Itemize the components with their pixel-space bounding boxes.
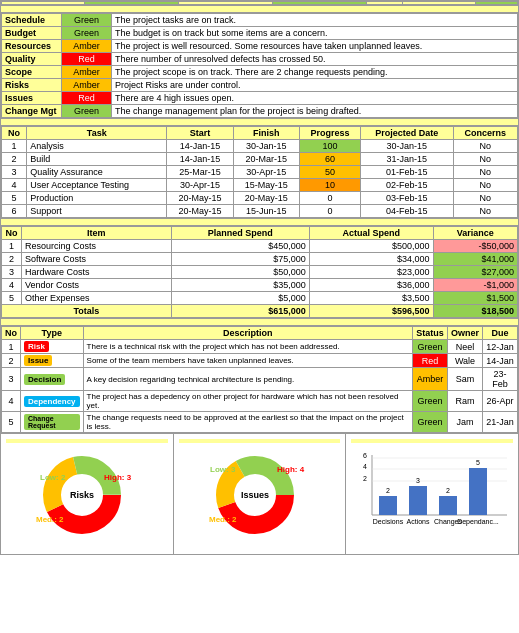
schedule-no: 2: [2, 153, 27, 166]
schedule-task: Build: [27, 153, 167, 166]
fin-item: Other Expenses: [22, 292, 172, 305]
svg-rect-24: [379, 496, 397, 515]
top5-header: [1, 318, 518, 326]
top5-status: Green: [412, 412, 447, 433]
top5-no: 3: [2, 368, 21, 391]
schedule-projected: 30-Jan-15: [360, 140, 453, 153]
top5-description: The project has a depedency on other pro…: [83, 391, 412, 412]
fin-variance: $27,000: [433, 266, 517, 279]
schedule-finish: 15-May-15: [233, 179, 299, 192]
top5-col-header: Type: [21, 327, 84, 340]
schedule-col-header: Start: [167, 127, 233, 140]
schedule-start: 20-May-15: [167, 205, 233, 218]
schedule-finish: 20-May-15: [233, 192, 299, 205]
health-row: Quality Red There number of unresolved d…: [2, 53, 518, 66]
svg-rect-28: [439, 496, 457, 515]
health-item: Budget: [2, 27, 62, 40]
health-description: The project tasks are on track.: [112, 14, 518, 27]
schedule-progress: 60: [299, 153, 360, 166]
top5-description: There is a technical risk with the proje…: [83, 340, 412, 354]
health-description: Project Risks are under control.: [112, 79, 518, 92]
pending-title: [351, 439, 513, 443]
fin-actual: $36,000: [309, 279, 433, 292]
fin-no: 3: [2, 266, 22, 279]
svg-text:Dependanc...: Dependanc...: [457, 518, 499, 526]
fin-item: Hardware Costs: [22, 266, 172, 279]
health-status: Amber: [62, 66, 112, 79]
schedule-start: 14-Jan-15: [167, 140, 233, 153]
schedule-progress: 10: [299, 179, 360, 192]
top5-no: 1: [2, 340, 21, 354]
fin-planned: $50,000: [171, 266, 309, 279]
schedule-concerns: No: [453, 205, 517, 218]
schedule-concerns: No: [453, 192, 517, 205]
top5-type: Decision: [21, 368, 84, 391]
totals-variance: $18,500: [433, 305, 517, 318]
svg-text:4: 4: [363, 463, 367, 470]
top5-due: 23-Feb: [483, 368, 518, 391]
fin-planned: $75,000: [171, 253, 309, 266]
fin-planned: $35,000: [171, 279, 309, 292]
financials-col-header: Planned Spend: [171, 227, 309, 240]
schedule-no: 3: [2, 166, 27, 179]
risks-donut-chart: Risks Low: 2 Med.: 2 High: 3: [32, 450, 142, 535]
fin-variance: -$50,000: [433, 240, 517, 253]
health-row: Schedule Green The project tasks are on …: [2, 14, 518, 27]
schedule-no: 6: [2, 205, 27, 218]
schedule-task: Analysis: [27, 140, 167, 153]
health-item: Issues: [2, 92, 62, 105]
schedule-concerns: No: [453, 179, 517, 192]
top5-owner: Ram: [447, 391, 482, 412]
schedule-col-header: No: [2, 127, 27, 140]
top5-status: Green: [412, 391, 447, 412]
fin-actual: $23,000: [309, 266, 433, 279]
schedule-col-header: Progress: [299, 127, 360, 140]
schedule-finish: 15-Jun-15: [233, 205, 299, 218]
svg-text:Med.: 2: Med.: 2: [36, 515, 64, 524]
schedule-row: 4 User Acceptance Testing 30-Apr-15 15-M…: [2, 179, 518, 192]
schedule-row: 3 Quality Assurance 25-Mar-15 30-Apr-15 …: [2, 166, 518, 179]
schedule-projected: 01-Feb-15: [360, 166, 453, 179]
fin-no: 4: [2, 279, 22, 292]
health-item: Change Mgt: [2, 105, 62, 118]
health-row: Change Mgt Green The change management p…: [2, 105, 518, 118]
top5-col-header: No: [2, 327, 21, 340]
health-row: Issues Red There are 4 high issues open.: [2, 92, 518, 105]
financials-table: NoItemPlanned SpendActual SpendVariance …: [1, 226, 518, 318]
issues-chart-area: Issues Low: 3 Med.: 2 High: 4: [179, 447, 341, 537]
schedule-concerns: No: [453, 153, 517, 166]
schedule-projected: 31-Jan-15: [360, 153, 453, 166]
health-item: Resources: [2, 40, 62, 53]
top5-owner: Neel: [447, 340, 482, 354]
svg-text:2: 2: [363, 475, 367, 482]
top5-description: The change requests need to be approved …: [83, 412, 412, 433]
risks-title: [6, 439, 168, 443]
svg-text:Decisions: Decisions: [373, 518, 404, 525]
fin-actual: $500,000: [309, 240, 433, 253]
schedule-concerns: No: [453, 166, 517, 179]
svg-text:Low: 3: Low: 3: [210, 465, 236, 474]
health-description: The project scope is on track. There are…: [112, 66, 518, 79]
top5-status: Red: [412, 354, 447, 368]
schedule-finish: 30-Apr-15: [233, 166, 299, 179]
svg-text:3: 3: [416, 477, 420, 484]
health-card-header: [1, 5, 518, 13]
schedule-start: 14-Jan-15: [167, 153, 233, 166]
top5-row: 1 Risk There is a technical risk with th…: [2, 340, 518, 354]
fin-planned: $5,000: [171, 292, 309, 305]
schedule-col-header: Projected Date: [360, 127, 453, 140]
top5-type: Dependency: [21, 391, 84, 412]
fin-variance: $1,500: [433, 292, 517, 305]
health-card-table: Schedule Green The project tasks are on …: [1, 13, 518, 118]
health-item: Quality: [2, 53, 62, 66]
issues-chart-container: Issues Low: 3 Med.: 2 High: 4: [174, 434, 347, 554]
top5-no: 2: [2, 354, 21, 368]
schedule-progress: 0: [299, 205, 360, 218]
pending-chart-container: 6 4 2 2 3 2: [346, 434, 518, 554]
top5-due: 14-Jan: [483, 354, 518, 368]
financials-col-header: Actual Spend: [309, 227, 433, 240]
fin-no: 5: [2, 292, 22, 305]
fin-variance: -$1,000: [433, 279, 517, 292]
totals-actual: $596,500: [309, 305, 433, 318]
issues-donut-chart: Issues Low: 3 Med.: 2 High: 4: [205, 450, 315, 535]
